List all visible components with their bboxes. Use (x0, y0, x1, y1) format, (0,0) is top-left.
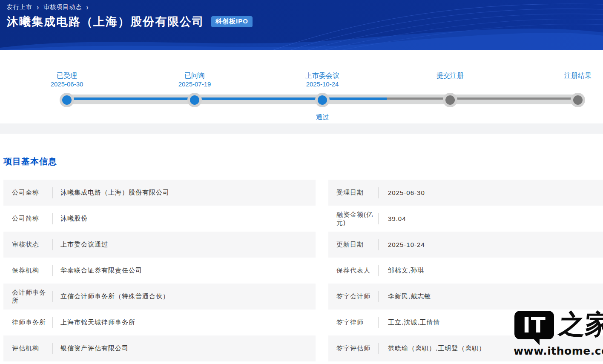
row-value: 王立,沈诚,王倩倩 (388, 318, 440, 327)
row-label: 签字律师 (328, 318, 378, 327)
project-basic-info-section: 项目基本信息 公司全称 沐曦集成电路（上海）股份有限公司 公司简称 沐曦股份 审… (0, 134, 603, 364)
timeline-stage-inquired: 已问询 2025-07-19 (144, 72, 246, 88)
row-label: 签字评估师 (328, 344, 378, 353)
row-divider (378, 317, 379, 328)
row-divider (52, 317, 53, 328)
row-label: 律师事务所 (3, 318, 52, 327)
timeline-dot-submit-registration (443, 93, 457, 107)
title-row: 沐曦集成电路（上海）股份有限公司 科创板IPO (7, 14, 253, 29)
timeline-dot-listing-committee (315, 93, 330, 107)
breadcrumb-link-issue-listing[interactable]: 发行上市 (7, 3, 32, 11)
row-value: 沐曦集成电路（上海）股份有限公司 (60, 189, 169, 197)
page-header: 发行上市 › 审核项目动态 › 沐曦集成电路（上海）股份有限公司 科创板IPO (0, 0, 603, 50)
row-divider (52, 239, 53, 250)
table-row-company-short-name: 公司简称 沐曦股份 (3, 206, 316, 232)
table-row-signing-accountants: 签字会计师 李新民,戴志敏 (328, 284, 603, 310)
row-divider (52, 343, 53, 354)
row-label: 保荐机构 (3, 267, 52, 275)
row-divider (378, 213, 379, 224)
table-row-review-status: 审核状态 上市委会议通过 (3, 232, 316, 258)
row-value: 上市委会议通过 (60, 241, 108, 249)
row-label: 公司简称 (3, 215, 52, 223)
timeline-progress-line (67, 97, 387, 100)
row-label: 签字会计师 (328, 292, 378, 301)
page: 发行上市 › 审核项目动态 › 沐曦集成电路（上海）股份有限公司 科创板IPO … (0, 0, 603, 364)
row-value: 上海市锦天城律师事务所 (60, 318, 135, 327)
timeline-dot-registration-result (571, 93, 585, 107)
timeline-stage-registration-result: 注册结果 (527, 72, 603, 80)
section-divider (0, 123, 603, 134)
table-row-signing-appraisers: 签字评估师 范晓瑜（离职）,王明登（离职） (328, 335, 603, 361)
row-value: 华泰联合证券有限责任公司 (60, 267, 142, 275)
row-value: 沐曦股份 (60, 215, 88, 223)
table-row-financing-amount: 融资金额(亿元) 39.04 (328, 206, 603, 232)
row-divider (378, 291, 379, 302)
row-label: 公司全称 (3, 189, 52, 197)
row-divider (52, 265, 53, 276)
table-row-appraisal-institution: 评估机构 银信资产评估有限公司 (3, 335, 316, 361)
review-progress-timeline: 已受理 2025-06-30 已问询 2025-07-19 上市委会议 2025… (0, 50, 603, 123)
row-value: 立信会计师事务所（特殊普通合伙） (60, 292, 169, 301)
table-row-signing-lawyers: 签字律师 王立,沈诚,王倩倩 (328, 310, 603, 335)
row-divider (378, 187, 379, 198)
row-label: 评估机构 (3, 344, 52, 353)
timeline-result-note: 通过 (280, 113, 365, 121)
row-value: 2025-06-30 (388, 189, 425, 196)
timeline-stage-listing-committee: 上市委会议 2025-10-24 (271, 72, 373, 88)
table-row-sponsor-institution: 保荐机构 华泰联合证券有限责任公司 (3, 258, 316, 284)
row-divider (52, 187, 53, 198)
row-value: 李新民,戴志敏 (388, 292, 431, 301)
row-label: 会计师事务所 (3, 289, 52, 305)
row-divider (378, 239, 379, 250)
timeline-stage-accepted: 已受理 2025-06-30 (16, 72, 118, 88)
row-value: 2025-10-24 (388, 241, 425, 248)
row-label: 更新日期 (328, 241, 378, 249)
row-divider (52, 291, 53, 302)
timeline-dot-accepted (60, 93, 74, 107)
row-divider (378, 265, 379, 276)
timeline-stage-submit-registration: 提交注册 (399, 72, 501, 80)
info-table-left: 公司全称 沐曦集成电路（上海）股份有限公司 公司简称 沐曦股份 审核状态 上市委… (3, 180, 316, 361)
info-table-right: 受理日期 2025-06-30 融资金额(亿元) 39.04 更新日期 2025… (328, 180, 603, 361)
table-row-accounting-firm: 会计师事务所 立信会计师事务所（特殊普通合伙） (3, 284, 316, 310)
table-row-company-full-name: 公司全称 沐曦集成电路（上海）股份有限公司 (3, 180, 316, 206)
company-title: 沐曦集成电路（上海）股份有限公司 (7, 14, 204, 29)
breadcrumb: 发行上市 › 审核项目动态 › (7, 3, 89, 11)
ipo-board-badge: 科创板IPO (211, 16, 253, 27)
table-row-sponsor-representatives: 保荐代表人 邹棉文,孙琪 (328, 258, 603, 284)
row-label: 融资金额(亿元) (328, 211, 378, 227)
table-row-update-date: 更新日期 2025-10-24 (328, 232, 603, 258)
timeline-dot-inquired (187, 93, 202, 107)
row-value: 范晓瑜（离职）,王明登（离职） (388, 344, 485, 353)
table-row-acceptance-date: 受理日期 2025-06-30 (328, 180, 603, 206)
breadcrumb-link-review-project-dynamics[interactable]: 审核项目动态 (43, 3, 82, 11)
row-label: 审核状态 (3, 241, 52, 249)
row-value: 邹棉文,孙琪 (388, 267, 424, 275)
row-divider (378, 343, 379, 354)
row-label: 保荐代表人 (328, 267, 378, 275)
table-row-law-firm: 律师事务所 上海市锦天城律师事务所 (3, 310, 316, 335)
row-value: 银信资产评估有限公司 (60, 344, 129, 353)
row-label: 受理日期 (328, 189, 378, 197)
section-title: 项目基本信息 (3, 156, 57, 167)
timeline-remaining-line (387, 97, 578, 100)
breadcrumb-separator-icon: › (86, 3, 89, 12)
row-divider (52, 213, 53, 224)
row-value: 39.04 (388, 215, 406, 222)
breadcrumb-separator-icon: › (37, 3, 39, 12)
